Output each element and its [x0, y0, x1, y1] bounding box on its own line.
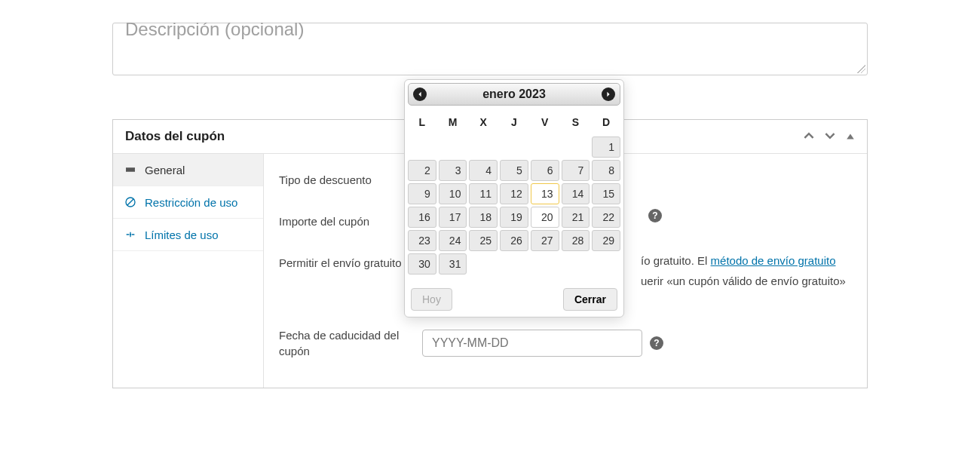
- tab-label: General: [145, 164, 185, 176]
- datepicker-grid: LMXJVSD123456789101112131415161718192021…: [408, 113, 620, 275]
- restriction-icon: [124, 195, 137, 209]
- datepicker-day[interactable]: 9: [408, 183, 436, 204]
- datepicker-day[interactable]: 27: [531, 230, 559, 251]
- datepicker-today-button[interactable]: Hoy: [411, 288, 452, 311]
- datepicker-day[interactable]: 12: [500, 183, 528, 204]
- datepicker-empty-cell: [500, 136, 528, 158]
- datepicker-day[interactable]: 4: [469, 160, 498, 181]
- datepicker-day[interactable]: 15: [592, 183, 620, 204]
- panel-move-down[interactable]: [825, 130, 835, 143]
- datepicker-day[interactable]: 20: [531, 207, 559, 228]
- description-placeholder: Descripción (opcional): [125, 19, 304, 40]
- datepicker-day[interactable]: 8: [592, 160, 620, 181]
- help-icon[interactable]: ?: [650, 336, 663, 350]
- datepicker-dow: M: [439, 113, 467, 134]
- panel-move-up[interactable]: [804, 130, 814, 143]
- datepicker-empty-cell: [562, 136, 590, 158]
- datepicker-dow: L: [408, 113, 436, 134]
- datepicker-day[interactable]: 19: [500, 207, 528, 228]
- tab-limits[interactable]: Límites de uso: [113, 219, 263, 251]
- datepicker-empty-cell: [439, 136, 467, 158]
- svg-line-1: [127, 199, 133, 205]
- datepicker-day[interactable]: 2: [408, 160, 436, 181]
- datepicker-day[interactable]: 10: [439, 183, 467, 204]
- coupon-amount-label: Importe del cupón: [279, 209, 422, 229]
- datepicker-day[interactable]: 26: [500, 230, 528, 251]
- tab-label: Restricción de uso: [145, 196, 237, 209]
- datepicker-day[interactable]: 7: [562, 160, 590, 181]
- description-textarea[interactable]: Descripción (opcional): [112, 23, 868, 75]
- datepicker-dow: X: [469, 113, 498, 134]
- ticket-icon: [124, 163, 137, 176]
- tab-general[interactable]: General: [113, 154, 263, 186]
- datepicker-next[interactable]: [602, 87, 615, 101]
- free-shipping-label: Permitir el envío gratuito: [279, 250, 422, 271]
- datepicker-day[interactable]: 17: [439, 207, 467, 228]
- tab-restriction[interactable]: Restricción de uso: [113, 186, 263, 219]
- datepicker-day[interactable]: 22: [592, 207, 620, 228]
- panel-title: Datos del cupón: [125, 129, 225, 144]
- datepicker-close-button[interactable]: Cerrar: [563, 288, 617, 311]
- datepicker-day[interactable]: 11: [469, 183, 498, 204]
- datepicker: enero 2023 LMXJVSD1234567891011121314151…: [404, 79, 624, 317]
- panel-controls: [804, 130, 855, 143]
- textarea-resize-handle[interactable]: [855, 63, 865, 73]
- datepicker-dow: V: [531, 113, 559, 134]
- datepicker-empty-cell: [531, 136, 559, 158]
- datepicker-day[interactable]: 30: [408, 253, 436, 275]
- datepicker-empty-cell: [408, 136, 436, 158]
- datepicker-day[interactable]: 31: [439, 253, 467, 275]
- datepicker-day[interactable]: 21: [562, 207, 590, 228]
- datepicker-day[interactable]: 1: [592, 136, 620, 158]
- datepicker-day[interactable]: 25: [469, 230, 498, 251]
- datepicker-day[interactable]: 13: [531, 183, 559, 204]
- datepicker-dow: S: [562, 113, 590, 134]
- free-shipping-method-link[interactable]: método de envío gratuito: [711, 254, 836, 267]
- datepicker-prev[interactable]: [413, 87, 427, 101]
- tab-label: Límites de uso: [145, 228, 219, 241]
- help-icon[interactable]: ?: [648, 209, 662, 222]
- datepicker-day[interactable]: 23: [408, 230, 436, 251]
- datepicker-dow: D: [592, 113, 620, 134]
- datepicker-day[interactable]: 14: [562, 183, 590, 204]
- panel-toggle[interactable]: [846, 130, 855, 143]
- datepicker-day[interactable]: 6: [531, 160, 559, 181]
- discount-type-label: Tipo de descuento: [279, 167, 422, 188]
- datepicker-day[interactable]: 3: [439, 160, 467, 181]
- datepicker-day[interactable]: 24: [439, 230, 467, 251]
- datepicker-day[interactable]: 5: [500, 160, 528, 181]
- datepicker-day[interactable]: 28: [562, 230, 590, 251]
- limits-icon: [124, 228, 137, 241]
- datepicker-day[interactable]: 18: [469, 207, 498, 228]
- datepicker-day[interactable]: 16: [408, 207, 436, 228]
- tabs-sidebar: General Restricción de uso Límites de us…: [113, 154, 264, 388]
- datepicker-empty-cell: [469, 136, 498, 158]
- datepicker-day[interactable]: 29: [592, 230, 620, 251]
- datepicker-header: enero 2023: [408, 83, 620, 106]
- datepicker-dow: J: [500, 113, 528, 134]
- expiry-date-label: Fecha de caducidad del cupón: [279, 327, 422, 359]
- datepicker-title: enero 2023: [482, 87, 546, 101]
- expiry-date-input[interactable]: [422, 330, 642, 357]
